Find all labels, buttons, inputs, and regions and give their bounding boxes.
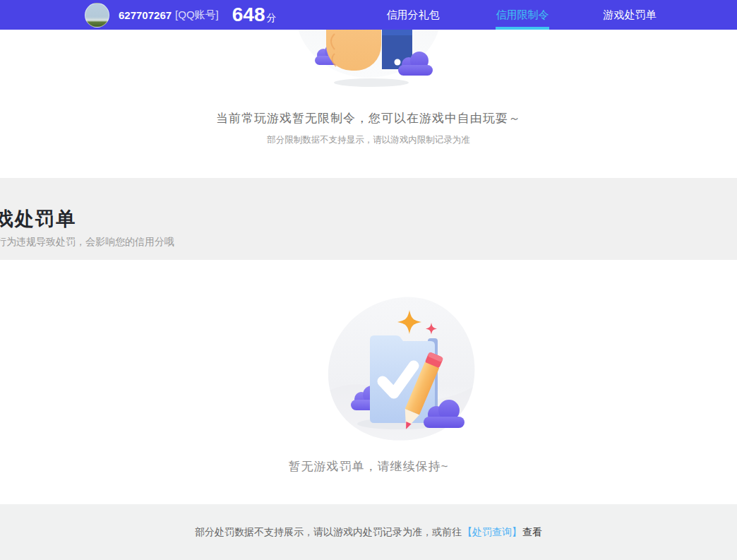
footer-disclaimer-text: 部分处罚数据不支持展示，请以游戏内处罚记录为准，或前往 [195,526,462,539]
penalty-empty-text: 暂无游戏罚单，请继续保持~ [0,458,737,475]
tab-credit-gift[interactable]: 信用分礼包 [385,0,441,30]
restriction-section: 当前常玩游戏暂无限制令，您可以在游戏中自由玩耍～ 部分限制数据不支持显示，请以游… [0,30,737,178]
credit-page: 627707267 [QQ账号] 648 分 信用分礼包 信用限制令 游戏处罚单 [0,0,737,560]
tab-game-penalty[interactable]: 游戏处罚单 [602,0,657,30]
restriction-empty-text: 当前常玩游戏暂无限制令，您可以在游戏中自由玩耍～ [0,110,737,126]
credit-score-number: 648 [232,0,265,30]
top-nav-bar: 627707267 [QQ账号] 648 分 信用分礼包 信用限制令 游戏处罚单 [0,0,737,30]
credit-score-unit: 分 [266,12,276,25]
restriction-disclaimer-text: 部分限制数据不支持显示，请以游戏内限制记录为准 [0,134,737,146]
penalty-section-header: 游戏处罚单 行为违规导致处罚，会影响您的信用分哦 [0,178,737,260]
user-avatar[interactable] [85,3,109,28]
page-footer: 部分处罚数据不支持展示，请以游戏内处罚记录为准，或前往 【处罚查询】 查看 [0,504,737,560]
footer-view-text: 查看 [522,526,542,539]
thumbs-up-clouds-illustration-icon [294,30,443,121]
credit-score: 648 分 [232,0,277,30]
penalty-section-title: 游戏处罚单 [0,206,76,232]
clipboard-check-pencil-illustration-icon [323,293,480,443]
account-type-label: [QQ账号] [175,8,219,22]
account-id: 627707267 [119,9,172,21]
penalty-section-subtitle: 行为违规导致处罚，会影响您的信用分哦 [0,236,174,249]
account-info: 627707267 [QQ账号] 648 分 [85,0,276,30]
tab-credit-restriction[interactable]: 信用限制令 [496,0,549,30]
penalty-section-body: 暂无游戏罚单，请继续保持~ [0,260,737,504]
penalty-query-link[interactable]: 【处罚查询】 [462,526,522,539]
